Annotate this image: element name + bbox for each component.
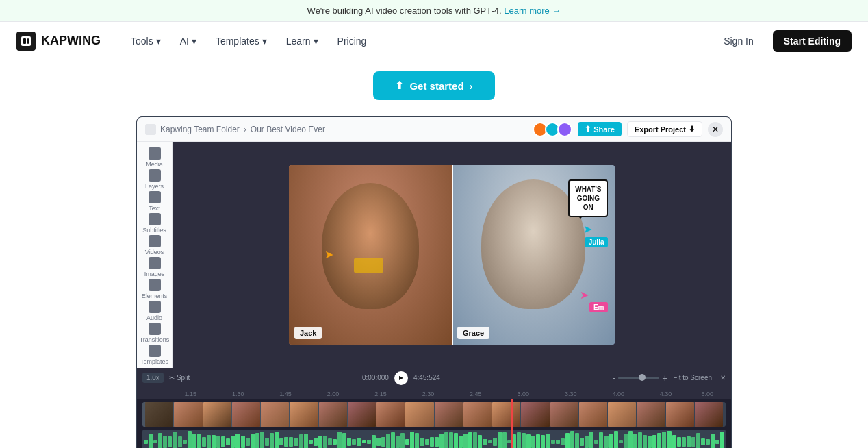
videos-icon <box>149 235 161 247</box>
em-chip: Em <box>589 302 609 312</box>
get-started-button[interactable]: ⬆ Get started › <box>373 71 494 100</box>
folder-icon <box>145 124 156 135</box>
sidebar-images[interactable]: Images <box>140 257 170 277</box>
templates-icon <box>149 345 161 357</box>
name-tag-right: Grace <box>457 327 489 339</box>
sidebar-label: Text <box>149 205 160 212</box>
sidebar-audio[interactable]: Audio <box>140 301 170 321</box>
nav-templates[interactable]: Templates ▾ <box>207 30 275 52</box>
audio-icon <box>149 301 161 313</box>
chevron-down-icon: ▾ <box>314 36 318 47</box>
nav-logo[interactable]: KAPWING <box>16 32 101 51</box>
media-icon <box>149 147 161 160</box>
hero-section: ⬆ Get started › <box>0 60 868 116</box>
highlight-box <box>354 258 383 273</box>
svg-rect-2 <box>27 38 29 44</box>
avatar-group <box>533 122 572 137</box>
editor-wrapper: Kapwing Team Folder › Our Best Video Eve… <box>0 116 868 448</box>
breadcrumb: Kapwing Team Folder › Our Best Video Eve… <box>145 124 325 135</box>
speed-control[interactable]: 1.0x <box>142 373 164 383</box>
cursor-yellow: ➤ <box>324 248 333 261</box>
zoom-in-button[interactable]: + <box>662 373 667 384</box>
navbar: KAPWING Tools ▾ AI ▾ Templates ▾ Learn ▾… <box>0 22 868 60</box>
video-divider <box>452 165 453 345</box>
sidebar-label: Audio <box>146 314 162 321</box>
scissors-icon: ✂ <box>169 374 175 382</box>
share-icon: ⬆ <box>585 125 591 134</box>
sidebar-label: Templates <box>140 358 168 365</box>
sidebar-subtitles[interactable]: Subtitles <box>140 213 170 234</box>
sidebar-layers[interactable]: Layers <box>140 169 170 190</box>
timeline-tracks <box>137 399 731 448</box>
zoom-slider[interactable] <box>618 377 659 379</box>
text-icon <box>149 191 161 203</box>
sidebar-label: Transitions <box>140 336 170 343</box>
name-tag-left: Jack <box>294 327 322 339</box>
transitions-icon <box>149 323 161 335</box>
nav-pricing[interactable]: Pricing <box>329 30 375 52</box>
zoom-thumb <box>639 374 646 381</box>
sidebar-text[interactable]: Text <box>140 191 170 212</box>
banner-link[interactable]: Learn more → <box>504 5 561 16</box>
sidebar-label: Videos <box>145 249 164 256</box>
export-button[interactable]: Export Project ⬇ <box>627 121 702 137</box>
video-track[interactable] <box>142 402 726 427</box>
share-button[interactable]: ⬆ Share <box>578 122 622 136</box>
sidebar-elements[interactable]: Elements <box>140 279 170 299</box>
download-icon: ⬇ <box>689 125 695 134</box>
chevron-down-icon: ▾ <box>192 36 196 47</box>
waveform-bars <box>142 430 726 448</box>
timeline-ruler: 1:15 1:30 1:45 2:00 2:15 2:30 2:45 3:00 … <box>137 388 731 399</box>
nav-ai[interactable]: AI ▾ <box>172 30 205 52</box>
zoom-out-button[interactable]: - <box>612 373 615 384</box>
sidebar-videos[interactable]: Videos <box>140 235 170 256</box>
editor-sidebar: Media Layers Text Subtitles Videos <box>137 142 173 368</box>
chevron-down-icon: ▾ <box>156 36 161 47</box>
play-button[interactable] <box>394 371 408 385</box>
nav-learn[interactable]: Learn ▾ <box>278 30 327 52</box>
timeline-close-button[interactable]: ✕ <box>720 374 726 382</box>
video-split: Jack ➤ <box>289 165 615 345</box>
editor-main: Media Layers Text Subtitles Videos <box>137 142 731 368</box>
video-panel-left: Jack ➤ <box>289 165 452 345</box>
start-editing-button[interactable]: Start Editing <box>773 30 852 52</box>
elements-icon <box>149 279 161 291</box>
sidebar-label: Subtitles <box>142 227 166 234</box>
upload-icon: ⬆ <box>395 79 404 92</box>
playhead[interactable] <box>511 399 513 448</box>
signin-button[interactable]: Sign In <box>713 30 765 52</box>
time-current: 0:00:000 <box>362 374 389 382</box>
nav-tools[interactable]: Tools ▾ <box>123 30 169 52</box>
cursor-teal: ➤ <box>583 223 592 236</box>
layers-icon <box>149 169 161 182</box>
topbar-right: ⬆ Share Export Project ⬇ ✕ <box>533 121 723 137</box>
chevron-down-icon: ▾ <box>262 36 267 47</box>
sidebar-label: Images <box>144 271 165 277</box>
top-banner: We're building AI video creation tools w… <box>0 0 868 22</box>
sidebar-label: Elements <box>142 293 168 299</box>
images-icon <box>149 257 161 269</box>
sidebar-templates[interactable]: Templates <box>140 345 170 365</box>
split-button[interactable]: ✂ ✂ Split Split <box>169 374 190 382</box>
nav-actions: Sign In Start Editing <box>713 30 852 52</box>
editor-canvas: Jack ➤ <box>173 142 731 368</box>
audio-track[interactable] <box>142 430 726 448</box>
logo-icon <box>16 32 36 51</box>
fit-to-screen-button[interactable]: Fit to Screen <box>673 374 712 382</box>
sidebar-media[interactable]: Media <box>140 147 170 168</box>
logo-text: KAPWING <box>41 34 101 48</box>
sidebar-transitions[interactable]: Transitions <box>140 323 170 343</box>
banner-text: We're building AI video creation tools w… <box>307 5 502 16</box>
arrow-right-icon: › <box>470 80 473 92</box>
avatar <box>557 122 572 137</box>
video-panel-right: WHAT'SGOINGON Grace ➤ Julia ➤ Em <box>452 165 615 345</box>
close-button[interactable]: ✕ <box>708 122 723 137</box>
timeline-controls: 1.0x ✂ ✂ Split Split 0:00:000 4:45:524 -… <box>137 368 731 388</box>
nav-items: Tools ▾ AI ▾ Templates ▾ Learn ▾ Pricing <box>123 30 713 52</box>
svg-rect-1 <box>23 38 26 44</box>
track-thumbnails <box>145 402 723 427</box>
sidebar-label: Media <box>146 161 163 168</box>
sidebar-label: Layers <box>145 183 164 190</box>
editor-container: Kapwing Team Folder › Our Best Video Eve… <box>136 116 732 448</box>
cursor-pink: ➤ <box>580 288 589 301</box>
